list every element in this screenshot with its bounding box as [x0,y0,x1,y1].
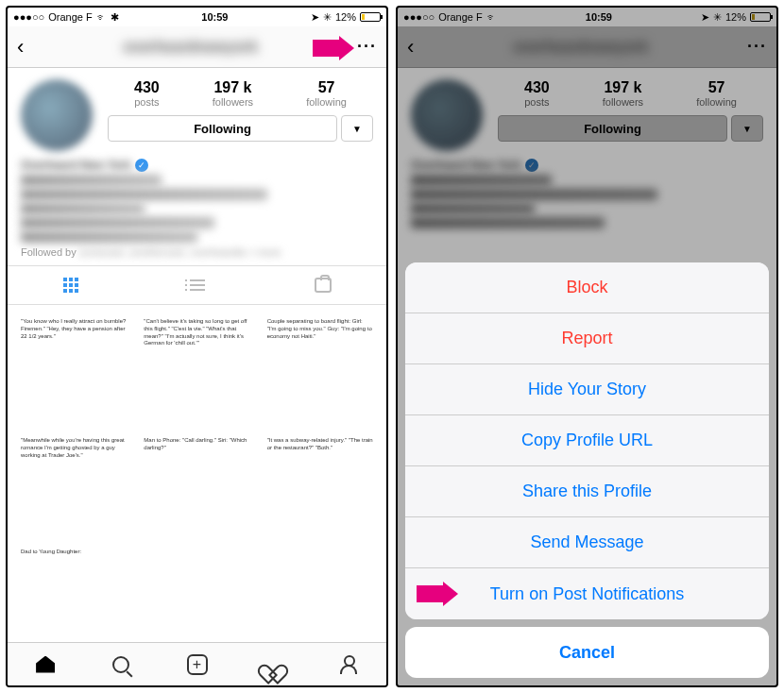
wifi-icon: ᯤ [96,11,107,23]
more-options-button[interactable]: ··· [357,37,377,57]
nav-add[interactable]: + [159,643,234,685]
callout-arrow [313,36,354,60]
stat-followers[interactable]: 197 k followers [213,79,253,108]
post-thumb[interactable]: Man to Phone: "Call darling." Siri: "Whi… [138,431,255,537]
nav-title: overheardnewyork [24,39,357,56]
action-post-notifications[interactable]: Turn on Post Notifications [405,568,769,619]
tagged-icon [315,278,332,293]
post-thumb[interactable]: "It was a subway-related injury." "The t… [262,431,379,537]
bottom-nav: + [8,642,386,685]
tab-tagged[interactable] [260,266,386,304]
signal-dots: ●●●○○ [13,11,44,23]
following-button[interactable]: Following [108,115,337,142]
plus-icon: + [187,654,208,675]
search-icon [112,656,129,673]
action-sheet-overlay[interactable]: Block Report Hide Your Story Copy Profil… [398,8,776,685]
tab-list[interactable] [134,266,261,304]
battery-percent: 12% [335,11,356,23]
action-report[interactable]: Report [405,313,769,364]
phone-left: ●●●○○ Orange F ᯤ ✱ 10:59 ➤ ✳ 12% ‹ overh… [6,6,388,687]
action-hide-story[interactable]: Hide Your Story [405,364,769,415]
action-sheet: Block Report Hide Your Story Copy Profil… [405,262,769,619]
verified-badge-icon: ✓ [135,159,148,172]
action-send-message[interactable]: Send Message [405,517,769,568]
person-icon [340,655,357,674]
phone-right: ●●●○○Orange Fᯤ 10:59 ➤✳12% ‹ overheardne… [396,6,778,687]
back-button[interactable]: ‹ [17,35,24,59]
post-thumb[interactable]: "Meanwhile while you're having this grea… [15,431,132,537]
carrier-label: Orange F [48,11,92,23]
stat-posts[interactable]: 430 posts [134,79,160,108]
callout-arrow [417,582,458,606]
location-icon: ➤ [311,11,319,24]
battery-icon [360,12,381,22]
post-thumb[interactable]: Couple separating to board flight: Girl:… [262,313,379,426]
nav-profile[interactable] [311,643,386,685]
action-cancel[interactable]: Cancel [405,627,769,678]
avatar[interactable] [21,79,93,151]
posts-grid: "You know who I really attract on bumble… [8,305,386,642]
profile-tabs [8,265,386,305]
home-icon [36,656,55,673]
action-copy-url[interactable]: Copy Profile URL [405,415,769,466]
profile-header: 430 posts 197 k followers 57 following F… [8,68,386,159]
nav-activity[interactable] [235,643,311,685]
nav-home[interactable] [8,643,83,685]
bio: Overheard New York ✓ Followed by someuse… [8,159,386,265]
post-thumb[interactable] [262,543,379,634]
action-share-profile[interactable]: Share this Profile [405,466,769,517]
post-thumb[interactable]: Dad to Young Daughter: [15,543,132,634]
grid-icon [63,278,78,293]
status-bar: ●●●○○ Orange F ᯤ ✱ 10:59 ➤ ✳ 12% [8,8,386,26]
heart-icon [264,656,282,673]
post-thumb[interactable]: "You know who I really attract on bumble… [15,313,132,426]
post-thumb[interactable] [138,543,255,634]
tab-grid[interactable] [8,266,134,304]
bluetooth-icon: ✳ [323,11,332,24]
stat-following[interactable]: 57 following [306,79,347,108]
followed-by[interactable]: Followed by someuser, anotheruser, overh… [21,246,373,258]
loading-icon: ✱ [111,11,119,24]
post-thumb[interactable]: "Can't believe it's taking so long to ge… [138,313,255,426]
nav-search[interactable] [83,643,159,685]
nav-bar: ‹ overheardnewyork ··· [8,26,386,68]
action-block[interactable]: Block [405,262,769,313]
display-name: Overheard New York [21,159,131,172]
list-icon [190,279,205,291]
clock: 10:59 [201,11,228,23]
suggestions-dropdown-button[interactable]: ▼ [341,115,373,142]
